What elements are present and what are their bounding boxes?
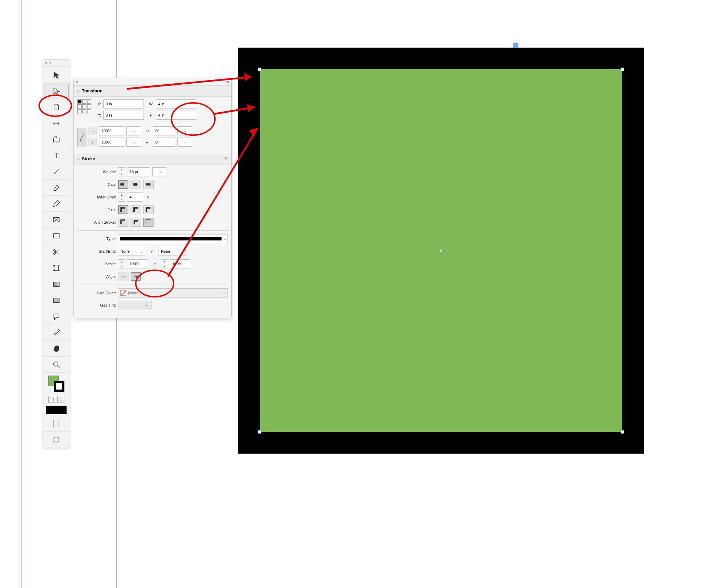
stroke-title: Stroke (82, 156, 95, 161)
scale-end-input[interactable]: 100% (170, 259, 190, 268)
panel-menu-icon[interactable]: ≡ (224, 88, 228, 94)
miter-limit-label: Miter Limit: (77, 195, 116, 199)
note-tool[interactable] (43, 308, 70, 324)
ruler-edge (20, 0, 20, 588)
align-stroke-inside-button[interactable] (131, 218, 141, 227)
stroke-body: Weight: ▴▾ 18 pt Cap: Miter Limit: ▴▾ 4 … (74, 164, 231, 318)
svg-rect-15 (120, 183, 124, 186)
weight-stepper[interactable]: ▴▾ (118, 167, 125, 176)
none-swatch-icon (120, 290, 126, 296)
panel-close-icon[interactable]: × (76, 79, 78, 84)
gradient-feather-tool[interactable] (43, 292, 70, 308)
formatting-text-icon[interactable]: T (57, 396, 64, 403)
join-bevel-button[interactable] (143, 205, 154, 214)
rectangle-tool[interactable] (43, 228, 70, 244)
scale-start-stepper[interactable]: ▴▾ (118, 259, 125, 268)
link-scale-button[interactable]: ⥄ (149, 259, 159, 268)
selection-handle-bottom-left[interactable] (258, 430, 261, 434)
free-transform-tool[interactable] (43, 260, 70, 276)
selection-indicator[interactable] (513, 43, 518, 48)
shear-input[interactable]: 0° (153, 138, 175, 147)
arrow-align-tip-button[interactable]: → (118, 272, 128, 281)
scale-x-input[interactable]: 100% (99, 126, 124, 135)
scale-end-stepper[interactable]: ▴▾ (161, 259, 168, 268)
cap-round-button[interactable] (131, 180, 141, 189)
selection-handle-top-right[interactable] (621, 68, 624, 71)
direct-selection-tool[interactable] (43, 83, 70, 99)
fill-stroke-swatch[interactable] (48, 376, 64, 392)
join-round-button[interactable] (131, 205, 141, 214)
transform-title: Transform (82, 89, 103, 93)
selection-tool[interactable] (43, 67, 70, 83)
selection-center-point[interactable] (440, 250, 442, 252)
constrain-proportions-button[interactable] (77, 128, 86, 147)
rotate-dropdown[interactable] (177, 126, 192, 135)
expand-icon[interactable]: » (49, 61, 51, 65)
scale-y-dropdown[interactable] (126, 138, 141, 147)
swap-arrows-button[interactable]: ⇄ (147, 247, 156, 256)
selection-handle-bottom-right[interactable] (621, 430, 624, 434)
eyedropper-tool[interactable] (43, 324, 70, 341)
rotate-input[interactable]: 0° (153, 126, 175, 135)
apply-color-button[interactable] (46, 406, 67, 414)
transform-stroke-panel: × << ◇ Transform ≡ X: 0 in W: 4 in Y: 0 … (74, 78, 232, 318)
start-arrow-select[interactable]: None (118, 247, 145, 256)
rectangle-frame-tool[interactable] (43, 212, 70, 228)
view-mode-normal[interactable] (43, 415, 70, 432)
width-input[interactable]: 4 in (156, 99, 196, 108)
gap-color-select[interactable]: [None] ⌵ (118, 288, 228, 298)
end-arrow-select[interactable]: None (159, 247, 186, 256)
align-stroke-outside-button[interactable] (143, 218, 154, 227)
line-tool[interactable] (43, 163, 70, 180)
scale-x-dropdown[interactable] (126, 126, 141, 135)
gradient-swatch-tool[interactable] (43, 276, 70, 292)
svg-rect-9 (54, 282, 59, 286)
panel-menu-icon[interactable]: ≡ (224, 156, 228, 162)
cap-label: Cap: (77, 182, 116, 187)
join-miter-button[interactable] (118, 205, 128, 214)
x-input[interactable]: 0 in (103, 99, 144, 108)
selection-handle-top-left[interactable] (258, 68, 261, 71)
formatting-container-icon[interactable] (48, 396, 55, 403)
panel-collapse-icon[interactable]: << (226, 79, 229, 84)
page-tool[interactable] (43, 99, 70, 115)
height-input[interactable]: 4 in (156, 111, 196, 120)
stroke-section-header[interactable]: ◇ Stroke ≡ (74, 154, 231, 164)
selected-rectangle[interactable] (238, 48, 644, 454)
cap-butt-button[interactable] (118, 180, 128, 189)
cap-projecting-button[interactable] (143, 180, 154, 189)
weight-label: Weight: (77, 170, 116, 174)
weight-input[interactable]: 18 pt (127, 167, 150, 176)
gap-tool[interactable] (43, 115, 70, 131)
align-stroke-center-button[interactable] (118, 218, 128, 227)
reference-point-grid[interactable] (77, 99, 93, 113)
miter-input[interactable]: 4 (127, 192, 143, 202)
close-icon[interactable]: × (45, 61, 47, 65)
zoom-tool[interactable] (43, 357, 70, 373)
pencil-tool[interactable] (43, 196, 70, 212)
scale-y-input[interactable]: 100% (99, 138, 124, 147)
gap-tint-slider[interactable]: ▸ (118, 301, 152, 309)
h-label: H: (146, 113, 154, 117)
view-mode-preview[interactable] (43, 432, 70, 448)
gap-color-label: Gap Color: (77, 291, 116, 295)
miter-stepper[interactable]: ▴▾ (118, 192, 125, 202)
content-collector-tool[interactable] (43, 131, 70, 147)
stroke-swatch[interactable] (54, 381, 64, 392)
y-input[interactable]: 0 in (103, 111, 144, 120)
type-tool[interactable] (43, 147, 70, 163)
arrow-align-path-button[interactable]: ⇥ (131, 272, 141, 281)
hand-tool[interactable] (43, 341, 70, 357)
startend-label: Start/End: (77, 249, 116, 253)
svg-rect-10 (54, 298, 59, 302)
weight-dropdown[interactable] (152, 167, 167, 176)
tools-panel-head[interactable]: × » (43, 60, 70, 67)
shear-dropdown[interactable] (177, 138, 192, 147)
align2-label: Align: (77, 274, 116, 279)
transform-section-header[interactable]: ◇ Transform ≡ (74, 86, 231, 97)
type-label: Type: (77, 237, 116, 241)
stroke-type-dropdown[interactable]: ⌵ (118, 234, 228, 243)
pen-tool[interactable] (43, 180, 70, 196)
scale-start-input[interactable]: 100% (127, 259, 147, 268)
scissors-tool[interactable] (43, 244, 70, 260)
